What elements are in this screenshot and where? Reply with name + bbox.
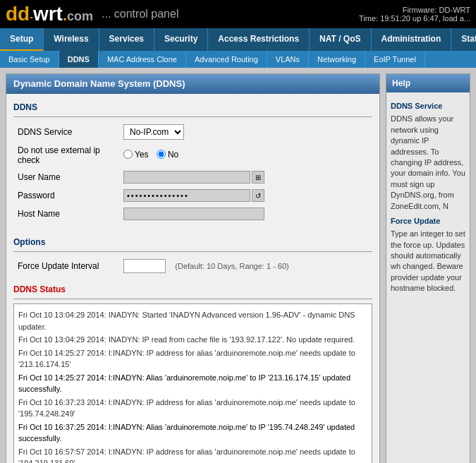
logo: dd-wrt.com <box>6 3 93 25</box>
content-panel: Dynamic Domain Name System (DDNS) DDNS D… <box>6 73 380 463</box>
hostname-row: Host Name arduinoremote.noip.me <box>13 205 372 223</box>
help-force-subheader: Force Update <box>391 216 465 227</box>
log-line-3: Fri Oct 10 14:25:27 2014: I:INADYN: Alia… <box>18 371 367 396</box>
subtab-ddns[interactable]: DDNS <box>59 51 99 68</box>
username-icon[interactable]: ⊞ <box>252 171 264 184</box>
ddns-form-table: DDNS Service No-IP.com DynDNS ZoneEdit C… <box>13 121 372 223</box>
radio-no-label[interactable]: No <box>157 150 178 160</box>
log-line-1: Fri Oct 10 13:04:29 2014: INADYN: IP rea… <box>18 333 367 347</box>
logo-com-text: com <box>67 9 93 23</box>
options-section: Options Force Update Interval 1 (Default… <box>6 229 379 282</box>
ddns-service-cell: No-IP.com DynDNS ZoneEdit Custom <box>119 121 372 143</box>
tab-setup[interactable]: Setup <box>0 28 44 51</box>
subtab-basic[interactable]: Basic Setup <box>0 51 59 68</box>
username-input[interactable] <box>123 171 250 184</box>
help-title: Help <box>386 74 470 92</box>
log-line-5: Fri Oct 10 16:37:25 2014: I:INADYN: Alia… <box>18 421 367 445</box>
ddns-service-label: DDNS Service <box>13 121 119 143</box>
radio-yes-text: Yes <box>135 150 149 160</box>
password-cell: ↺ <box>119 186 372 205</box>
help-ddns-text: DDNS allows your network using dynamic I… <box>391 114 465 212</box>
firmware-info: Firmware: DD-WRT Time: 19:51:20 up 6:47,… <box>359 6 470 23</box>
log-line-4: Fri Oct 10 16:37:23 2014: I:INADYN: IP a… <box>18 396 367 421</box>
radio-yes-label[interactable]: Yes <box>123 150 149 160</box>
username-input-group: ⊞ <box>123 171 264 184</box>
header: dd-wrt.com ... control panel Firmware: D… <box>0 0 476 28</box>
subtab-vlans[interactable]: VLANs <box>267 51 309 68</box>
tab-wireless[interactable]: Wireless <box>44 28 99 51</box>
logo-wrt-text: wrt <box>33 3 63 25</box>
radio-no-text: No <box>168 150 178 160</box>
logo-area: dd-wrt.com ... control panel <box>6 3 178 25</box>
hostname-label: Host Name <box>13 205 119 223</box>
page-title: Dynamic Domain Name System (DDNS) <box>6 74 379 94</box>
force-update-input[interactable]: 1 <box>123 259 166 273</box>
tab-natqos[interactable]: NAT / QoS <box>310 28 371 51</box>
ddns-header: DDNS <box>13 100 372 117</box>
force-update-label: Force Update Interval <box>13 256 119 276</box>
username-cell: ⊞ <box>119 168 372 186</box>
sub-tabs: Basic Setup DDNS MAC Address Clone Advan… <box>0 51 476 68</box>
force-update-cell: 1 (Default: 10 Days, Range: 1 - 60) <box>119 256 372 276</box>
main-area: Dynamic Domain Name System (DDNS) DDNS D… <box>0 68 476 463</box>
username-label: User Name <box>13 168 119 186</box>
log-line-0: Fri Oct 10 13:04:29 2014: INADYN: Starte… <box>18 308 367 333</box>
ddns-service-row: DDNS Service No-IP.com DynDNS ZoneEdit C… <box>13 121 372 143</box>
options-header: Options <box>13 234 372 252</box>
hostname-input[interactable]: arduinoremote.noip.me <box>123 208 264 220</box>
nav-tabs: Setup Wireless Services Security Access … <box>0 28 476 51</box>
options-form-table: Force Update Interval 1 (Default: 10 Day… <box>13 256 372 276</box>
tab-status[interactable]: Status <box>451 28 476 51</box>
username-row: User Name ⊞ <box>13 168 372 186</box>
ddns-service-select[interactable]: No-IP.com DynDNS ZoneEdit Custom <box>123 124 184 140</box>
help-ddns-subheader: DDNS Service <box>391 101 465 112</box>
password-icon[interactable]: ↺ <box>252 189 264 202</box>
no-external-ip-label: Do not use external ip check <box>13 143 119 168</box>
log-line-2: Fri Oct 10 14:25:27 2014: I:INADYN: IP a… <box>18 347 367 371</box>
force-update-hint: (Default: 10 Days, Range: 1 - 60) <box>175 262 288 270</box>
subtab-adv[interactable]: Advanced Routing <box>186 51 267 68</box>
tab-access[interactable]: Access Restrictions <box>208 28 310 51</box>
tab-admin[interactable]: Administration <box>372 28 452 51</box>
subtab-mac[interactable]: MAC Address Clone <box>99 51 186 68</box>
password-row: Password ↺ <box>13 186 372 205</box>
no-external-ip-row: Do not use external ip check Yes No <box>13 143 372 168</box>
password-label: Password <box>13 186 119 205</box>
subtab-eoip[interactable]: EoIP Tunnel <box>365 51 425 68</box>
help-force-text: Type an integer to set the force up. Upd… <box>391 229 465 294</box>
status-log: Fri Oct 10 13:04:29 2014: INADYN: Starte… <box>13 303 372 463</box>
subtab-networking[interactable]: Networking <box>309 51 365 68</box>
password-input[interactable] <box>123 189 250 202</box>
log-line-6: Fri Oct 10 16:57:57 2014: I:INADYN: IP a… <box>18 445 367 464</box>
force-update-row: Force Update Interval 1 (Default: 10 Day… <box>13 256 372 276</box>
tab-services[interactable]: Services <box>99 28 154 51</box>
hostname-cell: arduinoremote.noip.me <box>119 205 372 223</box>
no-external-ip-cell: Yes No <box>119 143 372 168</box>
help-content: DDNS Service DDNS allows your network us… <box>386 92 470 299</box>
time-text: Time: 19:51:20 up 6:47, load a... <box>359 14 470 23</box>
logo-dd-text: dd <box>6 3 30 25</box>
help-panel: Help DDNS Service DDNS allows your netwo… <box>386 73 470 463</box>
status-section: DDNS Status Fri Oct 10 13:04:29 2014: IN… <box>6 282 379 463</box>
radio-no[interactable] <box>157 150 166 159</box>
ddns-section: DDNS DDNS Service No-IP.com DynDNS ZoneE… <box>6 94 379 229</box>
tab-security[interactable]: Security <box>154 28 208 51</box>
radio-yes[interactable] <box>123 150 133 159</box>
status-header: DDNS Status <box>13 282 372 299</box>
password-input-group: ↺ <box>123 189 264 202</box>
logo-cp: ... control panel <box>102 8 178 20</box>
firmware-text: Firmware: DD-WRT <box>359 6 470 14</box>
